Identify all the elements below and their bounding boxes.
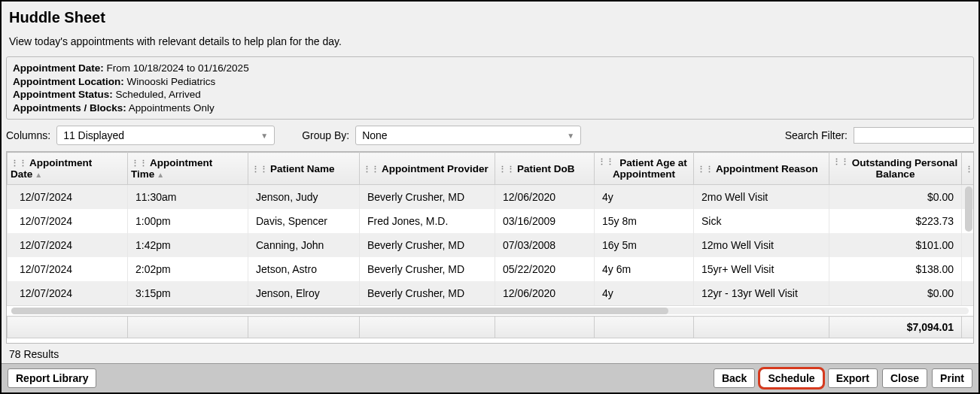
footer-total: $7,094.01 xyxy=(829,317,962,338)
vertical-scrollbar[interactable] xyxy=(965,186,972,232)
drag-handle-icon[interactable]: ⋮⋮ xyxy=(363,165,379,174)
col-header-time[interactable]: ⋮⋮Appointment Time▲ xyxy=(128,153,248,185)
appointments-table: ⋮⋮Appointment Date▲ ⋮⋮Appointment Time▲ … xyxy=(7,152,974,305)
table-wrap: ⋮⋮Appointment Date▲ ⋮⋮Appointment Time▲ … xyxy=(6,151,974,344)
schedule-button[interactable]: Schedule xyxy=(759,368,823,388)
col-header-balance[interactable]: ⋮⋮Outstanding Personal Balance xyxy=(829,153,962,185)
col-header-name[interactable]: ⋮⋮Patient Name xyxy=(248,153,360,185)
criteria-date-value: From 10/18/2024 to 01/16/2025 xyxy=(104,62,249,74)
drag-handle-icon[interactable]: ⋮⋮ xyxy=(697,165,714,174)
table-row[interactable]: 12/07/2024 2:02pm Jetson, Astro Beverly … xyxy=(8,257,975,281)
controls-row: Columns: 11 Displayed ▼ Group By: None ▼… xyxy=(2,120,978,151)
col-header-reason[interactable]: ⋮⋮Appointment Reason xyxy=(694,153,829,185)
drag-handle-icon[interactable]: ⋮⋮ xyxy=(965,165,974,174)
columns-label: Columns: xyxy=(6,129,50,141)
criteria-status-value: Scheduled, Arrived xyxy=(113,89,201,100)
table-row[interactable]: 12/07/2024 1:00pm Davis, Spencer Fred Jo… xyxy=(8,209,975,233)
criteria-location-label: Appointment Location: xyxy=(13,76,124,87)
columns-select[interactable]: 11 Displayed ▼ xyxy=(56,126,275,145)
footer-bar: Report Library Back Schedule Export Clos… xyxy=(2,363,978,392)
col-header-provider[interactable]: ⋮⋮Appointment Provider xyxy=(360,153,495,185)
criteria-blocks-value: Appointments Only xyxy=(126,102,215,114)
huddle-sheet-window: Huddle Sheet View today's appointments w… xyxy=(0,0,980,394)
header: Huddle Sheet View today's appointments w… xyxy=(2,2,978,56)
drag-handle-icon[interactable]: ⋮⋮ xyxy=(498,165,515,174)
caret-down-icon: ▼ xyxy=(260,132,268,140)
table-row[interactable]: 12/07/2024 3:15pm Jenson, Elroy Beverly … xyxy=(8,281,975,305)
criteria-date-label: Appointment Date: xyxy=(13,62,104,74)
caret-down-icon: ▼ xyxy=(567,132,574,140)
columns-select-value: 11 Displayed xyxy=(63,129,124,141)
sort-asc-icon: ▲ xyxy=(157,171,164,179)
scrollbar-thumb[interactable] xyxy=(11,308,668,314)
table-body: 12/07/2024 11:30am Jenson, Judy Beverly … xyxy=(8,185,975,306)
col-header-dob[interactable]: ⋮⋮Patient DoB xyxy=(495,153,595,185)
search-label: Search Filter: xyxy=(785,129,848,141)
sort-asc-icon: ▲ xyxy=(35,171,42,179)
export-button[interactable]: Export xyxy=(828,368,878,388)
drag-handle-icon[interactable]: ⋮⋮ xyxy=(832,157,849,167)
results-count: 78 Results xyxy=(2,344,978,363)
drag-handle-icon[interactable]: ⋮⋮ xyxy=(131,159,148,168)
table-footer: $7,094.01 xyxy=(7,316,974,338)
page-subtitle: View today's appointments with relevant … xyxy=(9,35,971,47)
horizontal-scrollbar[interactable] xyxy=(7,305,973,316)
drag-handle-icon[interactable]: ⋮⋮ xyxy=(251,165,268,174)
groupby-label: Group By: xyxy=(302,129,349,141)
drag-handle-icon[interactable]: ⋮⋮ xyxy=(11,159,27,168)
groupby-select-value: None xyxy=(362,129,387,141)
close-button[interactable]: Close xyxy=(882,368,927,388)
criteria-box: Appointment Date: From 10/18/2024 to 01/… xyxy=(6,56,974,120)
back-button[interactable]: Back xyxy=(714,368,755,388)
criteria-blocks-label: Appointments / Blocks: xyxy=(13,102,126,114)
col-header-date[interactable]: ⋮⋮Appointment Date▲ xyxy=(8,153,128,185)
table-header-row: ⋮⋮Appointment Date▲ ⋮⋮Appointment Time▲ … xyxy=(8,153,975,185)
report-library-button[interactable]: Report Library xyxy=(8,368,96,388)
col-header-age[interactable]: ⋮⋮Patient Age at Appointment xyxy=(595,153,694,185)
table-row[interactable]: 12/07/2024 11:30am Jenson, Judy Beverly … xyxy=(8,185,975,210)
groupby-select[interactable]: None ▼ xyxy=(355,126,581,145)
table-row[interactable]: 12/07/2024 1:42pm Canning, John Beverly … xyxy=(8,233,975,257)
print-button[interactable]: Print xyxy=(932,368,972,388)
criteria-status-label: Appointment Status: xyxy=(13,89,113,100)
page-title: Huddle Sheet xyxy=(9,9,971,26)
criteria-location-value: Winooski Pediatrics xyxy=(124,76,216,87)
drag-handle-icon[interactable]: ⋮⋮ xyxy=(598,157,614,167)
search-input[interactable] xyxy=(854,127,974,144)
col-header-extra[interactable]: ⋮⋮ xyxy=(962,153,975,185)
table-footer-row: $7,094.01 xyxy=(8,317,975,338)
